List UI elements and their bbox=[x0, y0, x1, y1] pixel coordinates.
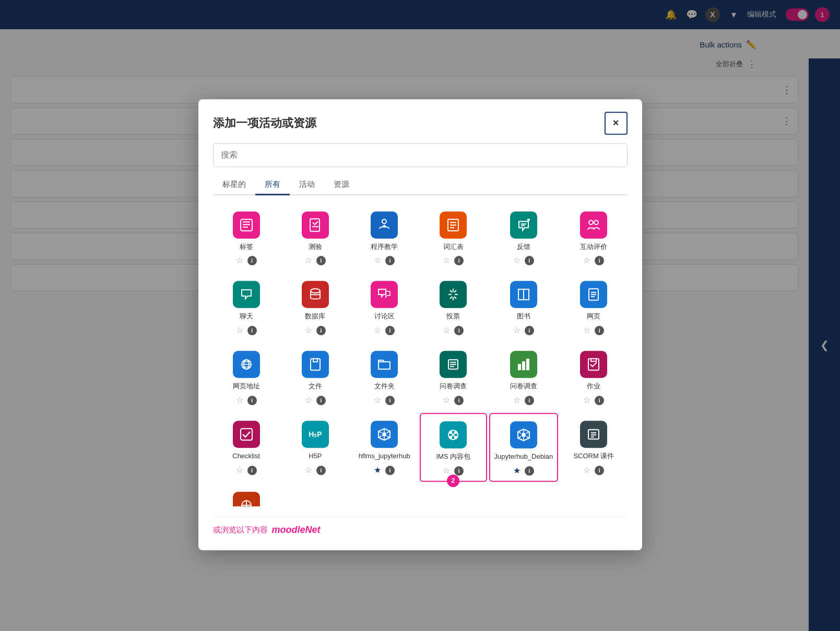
activity-choice[interactable]: 投票 ☆ i bbox=[420, 273, 487, 341]
activity-database[interactable]: 数据库 ☆ i bbox=[282, 273, 349, 341]
chat-star[interactable]: ☆ bbox=[236, 326, 243, 336]
activity-feedback[interactable]: 反馈 ☆ i bbox=[489, 204, 559, 271]
activity-h5p[interactable]: H₅P H5P ☆ i bbox=[282, 413, 349, 482]
url-info[interactable]: i bbox=[247, 396, 257, 405]
svg-rect-23 bbox=[450, 362, 456, 363]
glossary-star[interactable]: ☆ bbox=[443, 256, 450, 266]
url-actions: ☆ i bbox=[236, 395, 257, 405]
lesson-star[interactable]: ☆ bbox=[374, 256, 381, 266]
database-info[interactable]: i bbox=[316, 326, 326, 335]
feedback-info[interactable]: i bbox=[525, 256, 534, 265]
scorm-star[interactable]: ☆ bbox=[583, 465, 590, 475]
jupyterhub-star[interactable]: ★ bbox=[513, 466, 520, 475]
tab-resources[interactable]: 资源 bbox=[324, 175, 359, 195]
activity-questionnaire[interactable]: 问卷调查 ☆ i bbox=[420, 343, 487, 411]
book-info[interactable]: i bbox=[525, 326, 534, 335]
questionnaire-star[interactable]: ☆ bbox=[443, 395, 450, 405]
h5p-info[interactable]: i bbox=[316, 466, 326, 475]
folder-actions: ☆ i bbox=[374, 395, 395, 405]
hflms-info[interactable]: i bbox=[385, 466, 395, 475]
checklist-info[interactable]: i bbox=[247, 466, 257, 475]
activity-hflms[interactable]: hflms_jupyterhub ★ i bbox=[351, 413, 418, 482]
ims-star[interactable]: ☆ bbox=[443, 466, 450, 475]
url-star[interactable]: ☆ bbox=[236, 395, 243, 405]
url-name: 网页地址 bbox=[233, 383, 260, 391]
forum-info[interactable]: i bbox=[385, 326, 395, 335]
book-star[interactable]: ☆ bbox=[513, 326, 520, 336]
checklist-star[interactable]: ☆ bbox=[236, 465, 243, 475]
page-star[interactable]: ☆ bbox=[583, 326, 590, 336]
glossary-info[interactable]: i bbox=[454, 256, 464, 265]
questionnaire-name: 问卷调查 bbox=[440, 383, 467, 391]
resource-info[interactable]: i bbox=[316, 396, 326, 405]
activity-forum[interactable]: 讨论区 ☆ i bbox=[351, 273, 418, 341]
activity-assign[interactable]: 作业 ☆ i bbox=[560, 343, 627, 411]
ims-name: IMS 内容包 bbox=[436, 453, 471, 461]
survey-star[interactable]: ☆ bbox=[513, 395, 520, 405]
feedback-star[interactable]: ☆ bbox=[513, 256, 520, 266]
checklist-name: Checklist bbox=[232, 452, 260, 461]
choice-star[interactable]: ☆ bbox=[443, 326, 450, 336]
workshop-info[interactable]: i bbox=[595, 256, 604, 265]
activity-url[interactable]: 网页地址 ☆ i bbox=[213, 343, 280, 411]
svg-rect-18 bbox=[591, 296, 595, 297]
forum-name: 讨论区 bbox=[374, 313, 395, 322]
assign-star[interactable]: ☆ bbox=[583, 395, 590, 405]
activity-lesson[interactable]: 程序教学 ☆ i bbox=[351, 204, 418, 271]
h5p-star[interactable]: ☆ bbox=[305, 465, 312, 475]
database-star[interactable]: ☆ bbox=[305, 326, 312, 336]
folder-info[interactable]: i bbox=[385, 396, 395, 405]
assign-info[interactable]: i bbox=[595, 396, 604, 405]
activity-quiz[interactable]: 测验 ☆ i bbox=[282, 204, 349, 271]
activity-survey[interactable]: 问卷调查 ☆ i bbox=[489, 343, 559, 411]
label-star[interactable]: ☆ bbox=[236, 256, 243, 266]
activity-folder[interactable]: 文件夹 ☆ i bbox=[351, 343, 418, 411]
svg-rect-26 bbox=[518, 364, 521, 371]
questionnaire-info[interactable]: i bbox=[454, 396, 464, 405]
activity-checklist[interactable]: Checklist ☆ i bbox=[213, 413, 280, 482]
lesson-info[interactable]: i bbox=[385, 256, 395, 265]
label-info[interactable]: i bbox=[247, 256, 257, 265]
scorm-name: SCORM 课件 bbox=[573, 452, 614, 461]
folder-star[interactable]: ☆ bbox=[374, 395, 381, 405]
activity-resource[interactable]: 文件 ☆ i bbox=[282, 343, 349, 411]
hflms-star[interactable]: ★ bbox=[374, 465, 381, 475]
activity-chat[interactable]: 聊天 ☆ i bbox=[213, 273, 280, 341]
forum-star[interactable]: ☆ bbox=[374, 326, 381, 336]
database-actions: ☆ i bbox=[305, 326, 326, 336]
activity-page[interactable]: 网页 ☆ i bbox=[560, 273, 627, 341]
page-icon bbox=[580, 281, 607, 308]
quiz-star[interactable]: ☆ bbox=[305, 256, 312, 266]
svg-point-31 bbox=[382, 432, 386, 436]
activities-grid: 标签 ☆ i 测验 ☆ i 程序教学 ☆ i bbox=[213, 204, 628, 506]
hflms-name: hflms_jupyterhub bbox=[359, 452, 410, 461]
activity-ims[interactable]: IMS 内容包 ☆ i 2 bbox=[420, 413, 487, 482]
activity-wiki[interactable]: Wiki协作 ☆ i bbox=[213, 484, 280, 506]
tab-starred[interactable]: 标星的 bbox=[213, 175, 255, 195]
activity-jupyterhub[interactable]: Jupyterhub_Debian ★ i bbox=[489, 413, 559, 482]
svg-rect-24 bbox=[450, 364, 456, 365]
scorm-info[interactable]: i bbox=[595, 466, 604, 475]
page-info[interactable]: i bbox=[595, 326, 604, 335]
chat-name: 聊天 bbox=[240, 313, 253, 322]
modal-close-button[interactable]: × bbox=[605, 112, 628, 135]
tab-activities[interactable]: 活动 bbox=[290, 175, 324, 195]
activity-book[interactable]: 图书 ☆ i bbox=[489, 273, 559, 341]
svg-rect-5 bbox=[312, 226, 318, 227]
quiz-info[interactable]: i bbox=[316, 256, 326, 265]
search-input[interactable] bbox=[213, 143, 628, 167]
choice-actions: ☆ i bbox=[443, 326, 464, 336]
tab-all[interactable]: 所有 bbox=[255, 175, 290, 195]
survey-info[interactable]: i bbox=[525, 396, 534, 405]
resource-star[interactable]: ☆ bbox=[305, 395, 312, 405]
activity-label[interactable]: 标签 ☆ i bbox=[213, 204, 280, 271]
chat-info[interactable]: i bbox=[247, 326, 257, 335]
activity-scorm[interactable]: SCORM 课件 ☆ i bbox=[560, 413, 627, 482]
footer-browse-link[interactable]: 或浏览以下内容 bbox=[213, 525, 268, 535]
workshop-star[interactable]: ☆ bbox=[583, 256, 590, 266]
jupyterhub-info[interactable]: i bbox=[525, 466, 534, 475]
activity-glossary[interactable]: 词汇表 ☆ i bbox=[420, 204, 487, 271]
choice-info[interactable]: i bbox=[454, 326, 464, 335]
ims-info[interactable]: i bbox=[454, 466, 464, 475]
activity-workshop[interactable]: 互动评价 ☆ i bbox=[560, 204, 627, 271]
